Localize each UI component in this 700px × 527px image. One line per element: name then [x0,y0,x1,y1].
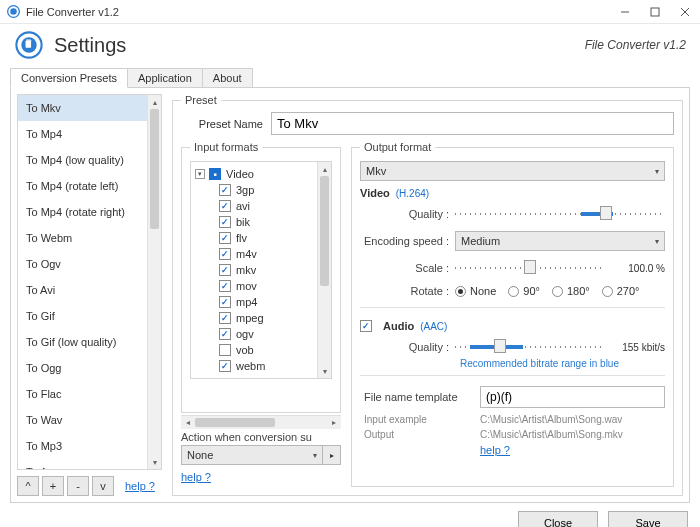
video-quality-slider[interactable] [455,205,665,223]
scrollbar-thumb[interactable] [320,176,329,286]
format-checkbox[interactable] [219,248,231,260]
window-title: File Converter v1.2 [26,6,119,18]
format-checkbox[interactable] [219,296,231,308]
format-label: webm [236,360,265,372]
format-item[interactable]: mkv [195,262,331,278]
rotate-option[interactable]: None [455,285,496,297]
action-on-success-select[interactable]: None▾ [181,445,323,465]
video-section-label: Video [360,187,390,199]
header-subtitle: File Converter v1.2 [585,38,686,52]
scale-label: Scale : [360,262,455,274]
input-formats-help-link[interactable]: help ? [181,471,341,483]
tab-about[interactable]: About [202,68,253,87]
template-help-link[interactable]: help ? [480,444,510,456]
format-checkbox[interactable] [219,312,231,324]
input-example-value: C:\Music\Artist\Album\Song.wav [480,414,622,425]
output-format-legend: Output format [360,141,435,153]
preset-item[interactable]: To Mp3 [18,433,147,459]
format-label: mpeg [236,312,264,324]
format-item[interactable]: avi [195,198,331,214]
action-expand-button[interactable]: ▸ [323,445,341,465]
preset-item[interactable]: To Gif (low quality) [18,329,147,355]
format-label: 3gp [236,184,254,196]
preset-name-input[interactable] [271,112,674,135]
video-group-checkbox[interactable] [209,168,221,180]
preset-list-scrollbar[interactable]: ▴ ▾ [147,95,161,469]
scroll-down-icon[interactable]: ▾ [148,455,161,469]
maximize-button[interactable] [640,0,670,24]
format-label: mkv [236,264,256,276]
format-item[interactable]: mp4 [195,294,331,310]
minimize-button[interactable] [610,0,640,24]
scrollbar-thumb[interactable] [195,418,275,427]
preset-item[interactable]: To Gif [18,303,147,329]
output-example-value: C:\Music\Artist\Album\Song.mkv [480,429,623,440]
preset-item[interactable]: To Mp4 (rotate left) [18,173,147,199]
rotate-option[interactable]: 180° [552,285,590,297]
close-window-button[interactable] [670,0,700,24]
scale-slider[interactable] [455,259,605,277]
preset-item[interactable]: To Avi [18,277,147,303]
format-label: flv [236,232,247,244]
scrollbar-thumb[interactable] [150,109,159,229]
filename-template-input[interactable] [480,386,665,408]
input-formats-legend: Input formats [190,141,262,153]
output-format-select[interactable]: Mkv▾ [360,161,665,181]
preset-item[interactable]: To Wav [18,407,147,433]
logo-icon [14,30,44,60]
formats-scrollbar[interactable]: ▴ ▾ [317,162,331,378]
format-item[interactable]: bik [195,214,331,230]
move-down-button[interactable]: v [92,476,114,496]
video-quality-label: Quality : [360,208,455,220]
format-item[interactable]: m4v [195,246,331,262]
format-item[interactable]: vob [195,342,331,358]
format-checkbox[interactable] [219,328,231,340]
audio-quality-slider[interactable] [455,338,605,356]
presets-help-link[interactable]: help ? [125,480,155,492]
format-item[interactable]: 3gp [195,182,331,198]
preset-item[interactable]: To Mkv [18,95,147,121]
format-checkbox[interactable] [219,264,231,276]
format-checkbox[interactable] [219,344,231,356]
scroll-up-icon[interactable]: ▴ [318,162,331,176]
scroll-right-icon[interactable]: ▸ [327,416,341,429]
format-checkbox[interactable] [219,216,231,228]
format-checkbox[interactable] [219,360,231,372]
tab-conversion-presets[interactable]: Conversion Presets [10,68,128,88]
audio-enable-checkbox[interactable] [360,320,372,332]
format-checkbox[interactable] [219,280,231,292]
format-checkbox[interactable] [219,184,231,196]
preset-item[interactable]: To Mp4 (low quality) [18,147,147,173]
preset-item[interactable]: To Mp4 (rotate right) [18,199,147,225]
scroll-left-icon[interactable]: ◂ [181,416,195,429]
move-up-button[interactable]: ^ [17,476,39,496]
preset-item[interactable]: To Webm [18,225,147,251]
scroll-down-icon[interactable]: ▾ [318,364,331,378]
input-formats-h-scrollbar[interactable]: ◂ ▸ [181,415,341,429]
audio-quality-label: Quality : [360,341,455,353]
scroll-up-icon[interactable]: ▴ [148,95,161,109]
format-item[interactable]: flv [195,230,331,246]
encoding-speed-select[interactable]: Medium▾ [455,231,665,251]
format-checkbox[interactable] [219,200,231,212]
rotate-label: Rotate : [360,285,455,297]
format-item[interactable]: mpeg [195,310,331,326]
preset-item[interactable]: To Ogg [18,355,147,381]
format-checkbox[interactable] [219,232,231,244]
remove-preset-button[interactable]: - [67,476,89,496]
rotate-option[interactable]: 90° [508,285,540,297]
radio-icon [552,286,563,297]
add-preset-button[interactable]: + [42,476,64,496]
preset-item[interactable]: To Mp4 [18,121,147,147]
close-button[interactable]: Close [518,511,598,527]
tree-collapse-icon[interactable]: ▾ [195,169,205,179]
format-item[interactable]: mov [195,278,331,294]
format-item[interactable]: webm [195,358,331,374]
rotate-option[interactable]: 270° [602,285,640,297]
tab-application[interactable]: Application [127,68,203,87]
preset-item[interactable]: To Ogv [18,251,147,277]
preset-item[interactable]: To Aac [18,459,147,469]
format-item[interactable]: ogv [195,326,331,342]
preset-item[interactable]: To Flac [18,381,147,407]
save-button[interactable]: Save [608,511,688,527]
